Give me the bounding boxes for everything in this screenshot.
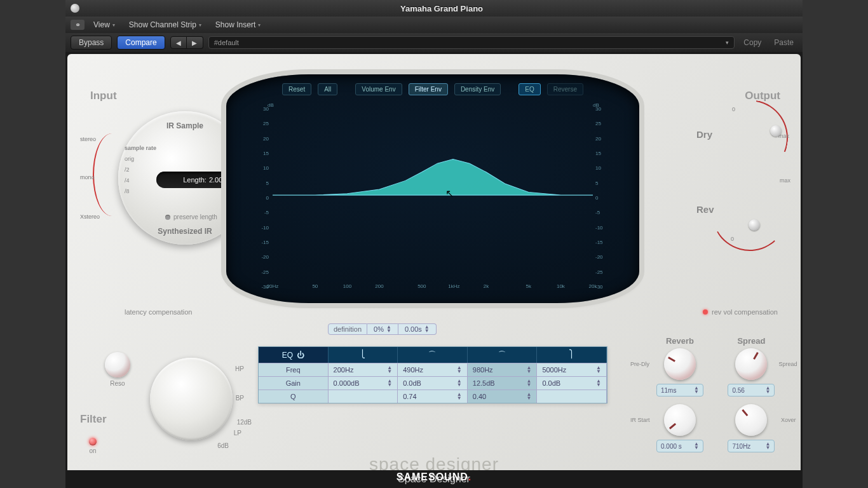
reso-knob[interactable]: Reso bbox=[100, 349, 135, 384]
titlebar: Yamaha Grand Piano bbox=[65, 0, 803, 17]
plugin-window: Yamaha Grand Piano ⚭ View▾ Show Channel … bbox=[65, 0, 803, 488]
xover-value[interactable]: 710Hz▲▼ bbox=[728, 440, 775, 452]
xover-knob[interactable] bbox=[735, 404, 767, 436]
eq-header[interactable]: EQ ⏻ bbox=[259, 347, 329, 363]
predelay-value[interactable]: 11ms▲▼ bbox=[656, 384, 703, 396]
filter-label: Filter bbox=[80, 413, 107, 426]
close-icon[interactable] bbox=[71, 4, 79, 13]
knob-cap[interactable] bbox=[749, 219, 760, 231]
irstart-value[interactable]: 0.000 s▲▼ bbox=[656, 440, 703, 452]
gain-4[interactable]: 0.0dB▲▼ bbox=[537, 377, 607, 390]
mode-xstereo[interactable]: Xstereo bbox=[80, 214, 100, 220]
band-peak2-icon[interactable]: ⌒ bbox=[468, 347, 538, 363]
gain-1[interactable]: 0.000dB▲▼ bbox=[329, 377, 398, 390]
graph-area[interactable]: dB 302520151050-5-10-15-20-25-30 dB 3025… bbox=[255, 101, 611, 290]
gain-3[interactable]: 12.5dB▲▼ bbox=[468, 377, 538, 390]
filter-mode-knob[interactable]: HP BP LP 12dB 6dB bbox=[150, 358, 233, 440]
rate-eighth[interactable]: /8 bbox=[125, 186, 156, 197]
preserve-length-toggle[interactable]: preserve length bbox=[165, 214, 217, 220]
compare-button[interactable]: Compare bbox=[117, 36, 165, 50]
eq-toggle[interactable]: EQ bbox=[519, 83, 540, 95]
preset-nav: ◀ ▶ bbox=[170, 36, 203, 49]
y-axis-left: dB 302520151050-5-10-15-20-25-30 bbox=[255, 101, 270, 290]
latency-comp-label[interactable]: latency compensation bbox=[125, 308, 192, 316]
screen-tabs: Reset All Volume Env Filter Env Density … bbox=[258, 83, 607, 95]
rate-quarter[interactable]: /4 bbox=[125, 175, 156, 186]
q-3[interactable]: 0.40▲▼ bbox=[468, 390, 538, 403]
table-row: Gain 0.000dB▲▼ 0.0dB▲▼ 12.5dB▲▼ 0.0dB▲▼ bbox=[259, 376, 607, 390]
table-row: Freq 200Hz▲▼ 490Hz▲▼ 980Hz▲▼ 5000Hz▲▼ bbox=[259, 363, 607, 376]
tab-density-env[interactable]: Density Env bbox=[454, 83, 501, 95]
dry-knob[interactable]: 0 Dry max bbox=[696, 105, 790, 168]
table-row: Q 0.74▲▼ 0.40▲▼ bbox=[259, 390, 607, 403]
definition-row: definition 0%▲▼ 0.00s▲▼ bbox=[328, 323, 437, 335]
eq-curve bbox=[273, 109, 593, 281]
tab-filter-env[interactable]: Filter Env bbox=[409, 83, 448, 95]
tab-volume-env[interactable]: Volume Env bbox=[355, 83, 402, 95]
filter-on-button[interactable]: on bbox=[89, 438, 97, 454]
plot-canvas[interactable]: 20Hz501002005001kHz2k5k10k20k bbox=[273, 109, 593, 281]
spread-value[interactable]: 0.56▲▼ bbox=[728, 384, 775, 396]
plugin-body: Input Output stereo mono Xstereo IR Samp… bbox=[67, 54, 801, 486]
freq-4[interactable]: 5000Hz▲▼ bbox=[537, 363, 607, 376]
q-1[interactable] bbox=[329, 390, 398, 403]
reverb-column: Reverb Pre-Dly 11ms▲▼ IR Start 0.000 s▲▼ bbox=[646, 336, 714, 460]
rev-knob[interactable]: max Rev 0 bbox=[696, 180, 790, 243]
rate-orig[interactable]: orig bbox=[125, 154, 156, 165]
reverb-spread-section: Reverb Pre-Dly 11ms▲▼ IR Start 0.000 s▲▼… bbox=[646, 336, 792, 460]
display-screen: Reset All Volume Env Filter Env Density … bbox=[226, 74, 639, 303]
prev-preset-button[interactable]: ◀ bbox=[170, 36, 187, 49]
menu-show-insert[interactable]: Show Insert▾ bbox=[210, 19, 266, 30]
mode-stereo[interactable]: stereo bbox=[80, 136, 96, 142]
rate-half[interactable]: /2 bbox=[125, 165, 156, 175]
mode-mono[interactable]: mono bbox=[80, 174, 95, 180]
freq-1[interactable]: 200Hz▲▼ bbox=[329, 363, 398, 376]
q-2[interactable]: 0.74▲▼ bbox=[398, 390, 468, 403]
band-highshelf-icon[interactable]: ⎫ bbox=[537, 347, 607, 363]
eq-table: EQ ⏻ ⎩ ⌒ ⌒ ⎫ Freq 200Hz▲▼ 490Hz▲▼ 980Hz▲… bbox=[258, 346, 607, 403]
radio-icon bbox=[165, 215, 170, 220]
preset-field[interactable]: #default▾ bbox=[208, 36, 735, 49]
predelay-knob[interactable] bbox=[664, 348, 696, 380]
menu-view[interactable]: View▾ bbox=[88, 19, 120, 30]
band-lowshelf-icon[interactable]: ⎩ bbox=[329, 347, 398, 363]
definition-time[interactable]: 0.00s▲▼ bbox=[398, 323, 437, 335]
window-title: Yamaha Grand Piano bbox=[86, 4, 797, 13]
all-button[interactable]: All bbox=[318, 83, 337, 95]
y-axis-right: dB 302520151050-5-10-15-20-25-30 bbox=[595, 101, 611, 290]
bypass-button[interactable]: Bypass bbox=[71, 36, 112, 50]
sample-rate-list: sample rate orig /2 /4 /8 bbox=[125, 143, 156, 197]
output-panel: 0 Dry max max Rev 0 bbox=[696, 105, 790, 250]
spread-knob[interactable] bbox=[735, 348, 767, 380]
freq-3[interactable]: 980Hz▲▼ bbox=[468, 363, 538, 376]
reverse-toggle[interactable]: Reverse bbox=[547, 83, 583, 95]
band-peak1-icon[interactable]: ⌒ bbox=[398, 347, 468, 363]
input-meter[interactable]: stereo mono Xstereo bbox=[81, 127, 116, 229]
menu-channel-strip[interactable]: Show Channel Strip▾ bbox=[124, 19, 207, 30]
link-icon[interactable]: ⚭ bbox=[71, 20, 85, 30]
reset-button[interactable]: Reset bbox=[282, 83, 311, 95]
toolbar: Bypass Compare ◀ ▶ #default▾ Copy Paste bbox=[65, 33, 803, 52]
irstart-knob[interactable] bbox=[664, 404, 696, 436]
spread-column: Spread Spread 0.56▲▼ Xover 710Hz▲▼ bbox=[717, 336, 785, 460]
next-preset-button[interactable]: ▶ bbox=[187, 36, 203, 49]
output-label: Output bbox=[745, 90, 780, 102]
led-icon bbox=[89, 438, 97, 445]
gain-2[interactable]: 0.0dB▲▼ bbox=[398, 377, 468, 390]
freq-2[interactable]: 490Hz▲▼ bbox=[398, 363, 468, 376]
power-icon[interactable]: ⏻ bbox=[297, 351, 304, 360]
input-label: Input bbox=[90, 90, 117, 102]
watermark: SAMESOUND. bbox=[0, 471, 868, 483]
copy-button[interactable]: Copy bbox=[740, 38, 765, 47]
revvol-comp-toggle[interactable]: rev vol compensation bbox=[703, 308, 778, 316]
knob-cap[interactable] bbox=[770, 125, 782, 137]
definition-label: definition bbox=[328, 323, 367, 335]
paste-button[interactable]: Paste bbox=[770, 38, 797, 47]
definition-pct[interactable]: 0%▲▼ bbox=[367, 323, 398, 335]
menubar: ⚭ View▾ Show Channel Strip▾ Show Insert▾ bbox=[65, 17, 803, 33]
q-4[interactable] bbox=[537, 390, 607, 403]
led-icon bbox=[703, 309, 708, 315]
